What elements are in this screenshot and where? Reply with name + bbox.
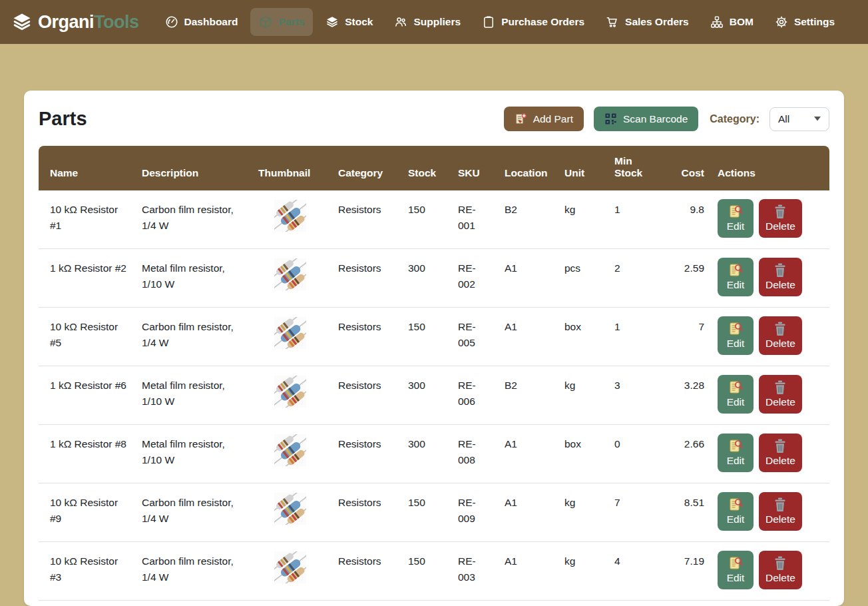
nav-item-suppliers[interactable]: Suppliers	[385, 8, 469, 36]
part-category: Resistors	[331, 542, 401, 601]
brand-name: OrganiTools	[38, 12, 139, 33]
part-description: Carbon film resistor, 1/4 W	[135, 483, 252, 542]
nav-label: Sales Orders	[625, 16, 689, 28]
trash-icon	[773, 438, 787, 454]
nav-item-sales-orders[interactable]: Sales Orders	[597, 8, 698, 36]
delete-button[interactable]: Delete	[759, 492, 802, 531]
edit-button-label: Edit	[727, 455, 745, 467]
part-unit: kg	[558, 542, 608, 601]
part-stock: 300	[401, 366, 451, 425]
scan-barcode-button[interactable]: Scan Barcode	[594, 107, 698, 131]
edit-note-magnifier-icon	[728, 262, 744, 278]
part-sku: RE-005	[451, 308, 498, 366]
category-selected-value: All	[778, 113, 789, 125]
part-thumbnail-image	[274, 200, 306, 232]
delete-button-label: Delete	[765, 338, 795, 350]
part-location: A1	[498, 249, 558, 308]
part-unit: box	[558, 308, 608, 366]
part-description: Metal film resistor, 1/10 W	[135, 249, 252, 308]
part-cost: 7.19	[664, 542, 711, 601]
part-description: Metal film resistor, 1/10 W	[135, 425, 252, 483]
nav-item-stock[interactable]: Stock	[317, 8, 381, 36]
part-category: Resistors	[331, 425, 401, 483]
table-header-row: Name Description Thumbnail Category Stoc…	[39, 146, 829, 190]
chevron-down-icon	[814, 117, 821, 121]
part-min-stock: 1	[608, 308, 664, 366]
part-thumbnail-image	[274, 317, 306, 349]
part-location: A1	[498, 483, 558, 542]
nav-label: BOM	[730, 16, 754, 28]
nav-item-parts[interactable]: Parts	[250, 8, 313, 36]
table-row: 10 kΩ Resistor #3 Carbon film resistor, …	[39, 542, 829, 601]
nav-item-settings[interactable]: Settings	[766, 8, 843, 36]
part-unit: kg	[558, 483, 608, 542]
edit-button-label: Edit	[727, 220, 745, 232]
table-row: 1 kΩ Resistor #8 Metal film resistor, 1/…	[39, 425, 829, 483]
edit-button[interactable]: Edit	[718, 434, 754, 472]
delete-button[interactable]: Delete	[759, 258, 802, 296]
edit-button-label: Edit	[727, 338, 745, 350]
edit-button[interactable]: Edit	[718, 492, 754, 531]
column-header-description: Description	[135, 146, 252, 190]
table-row: 1 kΩ Resistor #6 Metal film resistor, 1/…	[39, 366, 829, 425]
nav-label: Settings	[794, 16, 835, 28]
delete-button[interactable]: Delete	[759, 316, 802, 355]
part-unit: pcs	[558, 249, 608, 308]
edit-button[interactable]: Edit	[718, 199, 754, 238]
layers-icon	[326, 15, 339, 29]
part-stock: 150	[401, 190, 451, 249]
part-sku: RE-003	[451, 542, 498, 601]
delete-button[interactable]: Delete	[759, 375, 802, 414]
category-select[interactable]: All	[769, 107, 829, 131]
edit-button[interactable]: Edit	[718, 375, 754, 414]
delete-button-label: Delete	[765, 455, 795, 467]
delete-button[interactable]: Delete	[759, 551, 802, 589]
trash-icon	[773, 555, 787, 571]
brand-logo[interactable]: OrganiTools	[12, 12, 139, 33]
part-min-stock: 4	[608, 542, 664, 601]
edit-button[interactable]: Edit	[718, 258, 754, 296]
delete-button[interactable]: Delete	[759, 199, 802, 238]
part-sku: RE-009	[451, 483, 498, 542]
edit-note-magnifier-icon	[728, 380, 744, 396]
edit-button[interactable]: Edit	[718, 316, 754, 355]
top-navbar: OrganiTools Dashboard Parts Stock Suppli…	[0, 0, 868, 44]
nav-label: Dashboard	[184, 16, 238, 28]
delete-button[interactable]: Delete	[759, 434, 802, 472]
edit-button-label: Edit	[727, 279, 745, 291]
nav-links: Dashboard Parts Stock Suppliers Purchase…	[156, 8, 844, 36]
part-cost: 8.51	[664, 483, 711, 542]
card-header: Parts Add Part Scan Barcode Category: Al	[39, 107, 829, 131]
part-category: Resistors	[331, 308, 401, 366]
nav-label: Purchase Orders	[501, 16, 584, 28]
qr-code-icon	[604, 113, 617, 125]
part-stock: 300	[401, 425, 451, 483]
layers-logo-icon	[12, 12, 32, 32]
part-description: Carbon film resistor, 1/4 W	[135, 190, 252, 249]
nav-item-purchase-orders[interactable]: Purchase Orders	[473, 8, 593, 36]
part-min-stock: 7	[608, 483, 664, 542]
cart-icon	[606, 15, 619, 29]
part-thumbnail-image	[274, 376, 306, 408]
part-description: Carbon film resistor, 1/4 W	[135, 308, 252, 366]
part-sku: RE-002	[451, 249, 498, 308]
part-category: Resistors	[331, 249, 401, 308]
nav-item-bom[interactable]: BOM	[702, 8, 762, 36]
edit-button[interactable]: Edit	[718, 551, 754, 589]
column-header-location: Location	[498, 146, 558, 190]
add-part-icon	[515, 113, 527, 125]
part-cost: 3.28	[664, 366, 711, 425]
part-min-stock: 1	[608, 190, 664, 249]
column-header-min-stock: Min Stock	[608, 146, 664, 190]
nav-item-dashboard[interactable]: Dashboard	[156, 8, 247, 36]
add-part-button[interactable]: Add Part	[504, 107, 584, 131]
people-icon	[394, 15, 407, 29]
add-part-label: Add Part	[533, 113, 573, 125]
trash-icon	[773, 262, 787, 278]
part-location: A1	[498, 425, 558, 483]
parts-card: Parts Add Part Scan Barcode Category: Al	[24, 91, 844, 606]
table-row: 1 kΩ Resistor #2 Metal film resistor, 1/…	[39, 249, 829, 308]
part-cost: 9.8	[664, 190, 711, 249]
part-category: Resistors	[331, 190, 401, 249]
part-min-stock: 2	[608, 249, 664, 308]
